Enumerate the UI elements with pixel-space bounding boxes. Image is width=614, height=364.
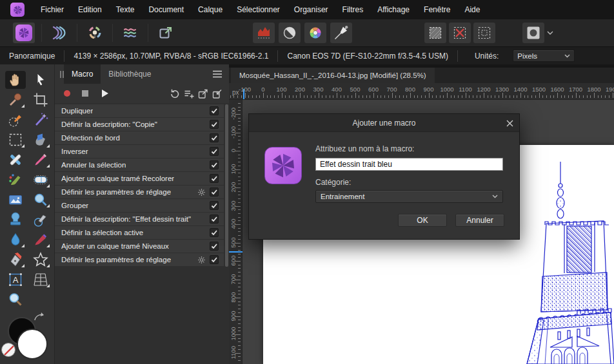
macro-list-scrollbar[interactable] [225, 104, 228, 267]
colour-picker-tool[interactable] [5, 91, 26, 109]
macro-step-row[interactable]: Détection de bord [55, 131, 224, 144]
inpainting-brush-tool[interactable] [5, 191, 26, 209]
quick-mask-button[interactable] [522, 23, 544, 43]
macro-step-checkbox[interactable] [210, 120, 219, 129]
marquee-tool[interactable] [5, 131, 26, 149]
macro-step-row[interactable]: Annuler la sélection [55, 158, 224, 171]
gear-icon[interactable] [197, 255, 206, 267]
ok-button[interactable]: OK [398, 214, 447, 227]
macro-step-checkbox[interactable] [210, 160, 219, 169]
blur-tool[interactable] [5, 231, 26, 249]
macro-step-row[interactable]: Inverser [55, 145, 224, 158]
cancel-button[interactable]: Annuler [455, 214, 504, 227]
invert-selection-button[interactable] [473, 23, 495, 43]
smudge-tool[interactable] [30, 211, 51, 229]
liquify-persona-button[interactable] [119, 23, 141, 43]
vertical-ruler[interactable]: -200-10001002003004005006007008009001000… [229, 100, 243, 364]
menu-item-organiser[interactable]: Organiser [287, 0, 335, 19]
macro-step-checkbox[interactable] [210, 106, 219, 115]
ruler-tick [238, 320, 241, 320]
import-macro-button[interactable] [210, 86, 224, 101]
macro-step-row[interactable]: Définir la sélection active [55, 226, 224, 239]
text-tool[interactable]: A [5, 271, 26, 289]
export-macro-button[interactable] [195, 86, 210, 101]
tab-bibliotheque[interactable]: Bibliothèque [101, 64, 159, 84]
develop-persona-button[interactable] [48, 23, 70, 43]
paint-brush-tool[interactable] [30, 151, 51, 169]
view-tool[interactable] [5, 71, 26, 89]
gear-icon[interactable] [197, 187, 206, 199]
menu-item-sélectionner[interactable]: Sélectionner [230, 0, 287, 19]
macro-step-row[interactable]: Définir la description: "Copie" [55, 118, 224, 131]
tone-mapping-persona-button[interactable] [84, 23, 106, 43]
menu-item-filtres[interactable]: Filtres [335, 0, 371, 19]
menu-item-fichier[interactable]: Fichier [34, 0, 71, 19]
shape-tool[interactable] [30, 251, 51, 269]
no-fill-swatch[interactable] [1, 343, 15, 357]
menu-item-affichage[interactable]: Affichage [370, 0, 417, 19]
horizontal-ruler[interactable]: px -100010020030040050060070080090010001… [229, 83, 614, 100]
macro-step-checkbox[interactable] [210, 133, 219, 142]
photo-persona-button[interactable] [13, 23, 35, 43]
macro-step-row[interactable]: Dupliquer [55, 104, 224, 117]
auto-contrast-button[interactable] [279, 23, 301, 43]
mesh-warp-tool[interactable] [30, 271, 51, 289]
menu-item-fenêtre[interactable]: Fenêtre [417, 0, 457, 19]
background-colour-swatch[interactable] [17, 329, 48, 359]
record-button[interactable] [60, 86, 74, 101]
units-select[interactable]: Pixels [513, 50, 575, 62]
macro-step-checkbox[interactable] [210, 242, 219, 251]
macro-step-row[interactable]: Définir les paramètres de réglage [55, 186, 224, 198]
flood-select-tool[interactable] [30, 111, 51, 129]
move-tool[interactable] [30, 71, 51, 89]
sharpen-tool[interactable] [30, 231, 51, 249]
zoom-tool[interactable] [5, 291, 26, 309]
quick-mask-chevron[interactable] [544, 23, 556, 43]
deselect-button[interactable] [449, 23, 471, 43]
stop-button[interactable] [78, 86, 92, 101]
clone-stamp-tool[interactable] [5, 211, 26, 229]
menu-item-aide[interactable]: Aide [457, 0, 487, 19]
tab-macro[interactable]: Macro [64, 64, 101, 84]
healing-brush-tool[interactable] [5, 151, 26, 169]
menu-item-document[interactable]: Document [141, 0, 191, 19]
pen-tool[interactable] [5, 251, 26, 269]
add-macro-button[interactable] [181, 86, 195, 101]
colour-wheel-button[interactable] [304, 23, 326, 43]
reset-button[interactable] [167, 86, 181, 101]
ruler-tick [238, 254, 241, 254]
document-tab[interactable]: Mosquée_Hassan_II_-_2016-04-13.jpg [Modi… [231, 68, 435, 83]
macro-step-checkbox[interactable] [210, 147, 219, 156]
ruler-label: 1100 [459, 86, 471, 93]
histogram-button[interactable] [253, 23, 275, 43]
macro-step-row[interactable]: Définir la description: "Effet dessin tr… [55, 213, 224, 225]
colour-replacement-brush-tool[interactable] [5, 171, 26, 189]
macro-step-row[interactable]: Définir les paramètres de réglage [55, 253, 224, 266]
freehand-selection-tool[interactable] [30, 131, 51, 149]
category-select[interactable]: Entrainement [315, 190, 503, 203]
macro-step-checkbox[interactable] [210, 201, 219, 210]
macro-step-checkbox[interactable] [210, 187, 219, 196]
menu-item-edition[interactable]: Edition [71, 0, 109, 19]
macro-step-row[interactable]: Ajouter un calque tramé Recolorer [55, 172, 224, 185]
blemish-removal-tool[interactable] [30, 191, 51, 209]
menu-item-calque[interactable]: Calque [191, 0, 230, 19]
macro-step-checkbox[interactable] [210, 215, 219, 224]
macro-step-row[interactable]: Grouper [55, 199, 224, 212]
macro-step-checkbox[interactable] [210, 228, 219, 237]
export-persona-button[interactable] [155, 23, 177, 43]
erase-tool[interactable] [30, 171, 51, 189]
macro-step-checkbox[interactable] [210, 255, 219, 264]
macro-step-row[interactable]: Ajouter un calque tramé Niveaux [55, 240, 224, 253]
swap-colours-icon[interactable] [32, 311, 46, 324]
macro-name-input[interactable] [315, 158, 503, 171]
crop-tool[interactable] [30, 91, 51, 109]
selection-brush-tool[interactable] [5, 111, 26, 129]
select-all-button[interactable] [424, 23, 446, 43]
menu-item-texte[interactable]: Texte [109, 0, 142, 19]
brush-settings-button[interactable] [330, 23, 352, 43]
panel-menu-icon[interactable] [212, 70, 223, 78]
macro-step-checkbox[interactable] [210, 174, 219, 183]
play-button[interactable] [97, 86, 112, 101]
close-icon[interactable] [500, 114, 519, 132]
